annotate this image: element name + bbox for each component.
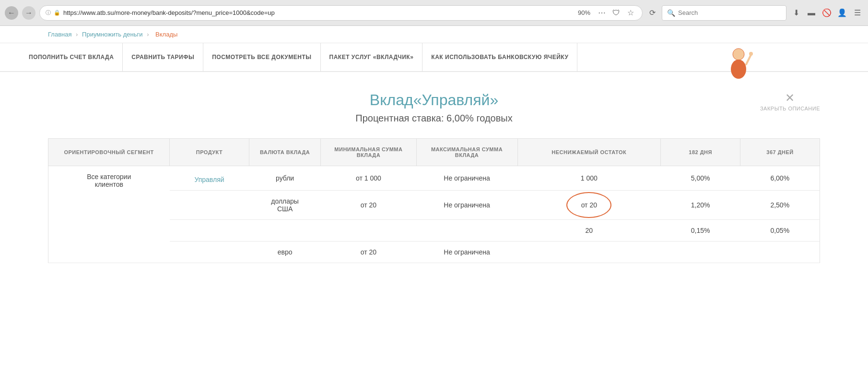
puzzle-icon[interactable]: ▬: [806, 7, 817, 19]
cell-currency-4: евро: [249, 242, 320, 263]
mascot-figure: [724, 48, 753, 86]
svg-point-3: [749, 52, 753, 56]
info-icon: ⓘ: [46, 9, 51, 16]
th-currency: ВАЛЮТА ВКЛАДА: [249, 139, 320, 166]
th-irreducible: НЕСНИЖАЕМЫЙ ОСТАТОК: [517, 139, 661, 166]
breadcrumb-home[interactable]: Главная: [48, 31, 71, 38]
cell-irreducible-4: [517, 242, 661, 263]
cell-min-2: от 20: [321, 191, 416, 220]
nav-item-refill[interactable]: ПОПОЛНИТЬ СЧЕТ ВКЛАДА: [29, 43, 123, 72]
breadcrumb-sep2: ›: [147, 31, 151, 38]
close-button[interactable]: ✕ ЗАКРЫТЬ ОПИСАНИЕ: [760, 91, 820, 112]
deposit-table: ОРИЕНТИРОВОЧНЫЙ СЕГМЕНТ ПРОДУКТ ВАЛЮТА В…: [48, 138, 820, 263]
svg-line-2: [746, 55, 751, 64]
nav-item-compare[interactable]: СРАВНИТЬ ТАРИФЫ: [123, 43, 203, 72]
cell-product-1[interactable]: Управляй: [170, 166, 249, 191]
cell-currency-3: [249, 220, 320, 242]
th-182: 182 ДНЯ: [661, 139, 740, 166]
th-product: ПРОДУКТ: [170, 139, 249, 166]
cell-182-4: [661, 242, 740, 263]
search-input[interactable]: [678, 9, 781, 16]
cell-min-4: от 20: [321, 242, 416, 263]
nav-item-package[interactable]: ПАКЕТ УСЛУГ «ВКЛАДЧИК»: [321, 43, 423, 72]
reload-button[interactable]: ⟳: [646, 7, 658, 19]
cell-irreducible-3: 20: [517, 220, 661, 242]
lock-icon: 🔒: [54, 10, 60, 16]
cell-product-3: [170, 220, 249, 242]
cell-182-3: 0,15%: [661, 220, 740, 242]
th-min: МИНИМАЛЬНАЯ СУММА ВКЛАДА: [321, 139, 416, 166]
close-icon: ✕: [760, 91, 820, 105]
avatar-icon[interactable]: 👤: [836, 7, 848, 19]
highlighted-value: от 20: [581, 201, 597, 209]
cell-min-3: [321, 220, 416, 242]
browser-toolbar: ← → ⓘ 🔒 https://www.atb.su/more-money/ba…: [0, 0, 868, 26]
cta-main-text: НАЖМИ!: [778, 49, 814, 59]
cell-min-1: от 1 000: [321, 166, 416, 191]
cell-irreducible-2: от 20: [517, 191, 661, 220]
breadcrumb-current: Вклады: [155, 31, 177, 38]
th-max: МАКСИМАЛЬНАЯ СУММА ВКЛАДА: [416, 139, 517, 166]
search-icon: 🔍: [667, 9, 675, 17]
cell-segment-1: Все категорииклиентов: [48, 166, 170, 263]
block-icon[interactable]: 🚫: [821, 7, 833, 19]
address-bar[interactable]: ⓘ 🔒 https://www.atb.su/more-money/bank-d…: [39, 5, 643, 21]
nav-item-docs[interactable]: ПОСМОТРЕТЬ ВСЕ ДОКУМЕНТЫ: [203, 43, 320, 72]
cell-max-1: Не ограничена: [416, 166, 517, 191]
nav-item-cell[interactable]: КАК ИСПОЛЬЗОВАТЬ БАНКОВСКУЮ ЯЧЕЙКУ: [422, 43, 577, 72]
close-label: ЗАКРЫТЬ ОПИСАНИЕ: [760, 106, 820, 111]
star-icon[interactable]: ☆: [625, 7, 636, 19]
url-text: https://www.atb.su/more-money/bank-depos…: [63, 9, 572, 16]
deposit-header: Вклад«Управляй» Процентная ставка: 6,00%…: [48, 91, 820, 124]
bookmark-shield-icon[interactable]: 🛡: [610, 7, 622, 19]
more-button[interactable]: ⋯: [596, 7, 608, 19]
deposit-subtitle: Процентная ставка: 6,00% годовых: [48, 113, 820, 124]
cell-182-1: 5,00%: [661, 166, 740, 191]
zoom-badge[interactable]: 90%: [575, 8, 593, 17]
table-row: Все категорииклиентов Управляй рубли от …: [48, 166, 820, 191]
nav-menu: ПОПОЛНИТЬ СЧЕТ ВКЛАДА СРАВНИТЬ ТАРИФЫ ПО…: [0, 43, 868, 72]
nav-menu-items: ПОПОЛНИТЬ СЧЕТ ВКЛАДА СРАВНИТЬ ТАРИФЫ ПО…: [29, 43, 839, 72]
breadcrumb: Главная › Приумножить деньги › Вклады: [0, 26, 868, 43]
download-icon[interactable]: ⬇: [790, 7, 802, 19]
svg-point-1: [731, 60, 746, 79]
cell-367-1: 6,00%: [740, 166, 820, 191]
th-segment: ОРИЕНТИРОВОЧНЫЙ СЕГМЕНТ: [48, 139, 170, 166]
cell-currency-1: рубли: [249, 166, 320, 191]
cell-max-2: Не ограничена: [416, 191, 517, 220]
cell-182-2: 1,20%: [661, 191, 740, 220]
menu-icon[interactable]: ☰: [852, 7, 863, 19]
main-content: Вклад«Управляй» Процентная ставка: 6,00%…: [0, 72, 868, 282]
search-bar[interactable]: 🔍: [662, 5, 786, 21]
back-button[interactable]: ←: [5, 6, 18, 20]
breadcrumb-section[interactable]: Приумножить деньги: [82, 31, 142, 38]
cell-367-3: 0,05%: [740, 220, 820, 242]
cell-currency-2: долларыСША: [249, 191, 320, 220]
deposit-title: Вклад«Управляй»: [48, 91, 820, 109]
breadcrumb-sep1: ›: [76, 31, 80, 38]
cell-irreducible-1: 1 000: [517, 166, 661, 191]
cell-367-2: 2,50%: [740, 191, 820, 220]
svg-point-0: [733, 48, 744, 60]
cell-367-4: [740, 242, 820, 263]
cta-sub-text: Я ВСЕ ПОКАЖУ: [774, 59, 819, 66]
cell-product-4: [170, 242, 249, 263]
cell-max-3: [416, 220, 517, 242]
th-367: 367 ДНЕЙ: [740, 139, 820, 166]
cell-product-2: [170, 191, 249, 220]
cell-max-4: Не ограничена: [416, 242, 517, 263]
forward-button[interactable]: →: [22, 6, 35, 20]
